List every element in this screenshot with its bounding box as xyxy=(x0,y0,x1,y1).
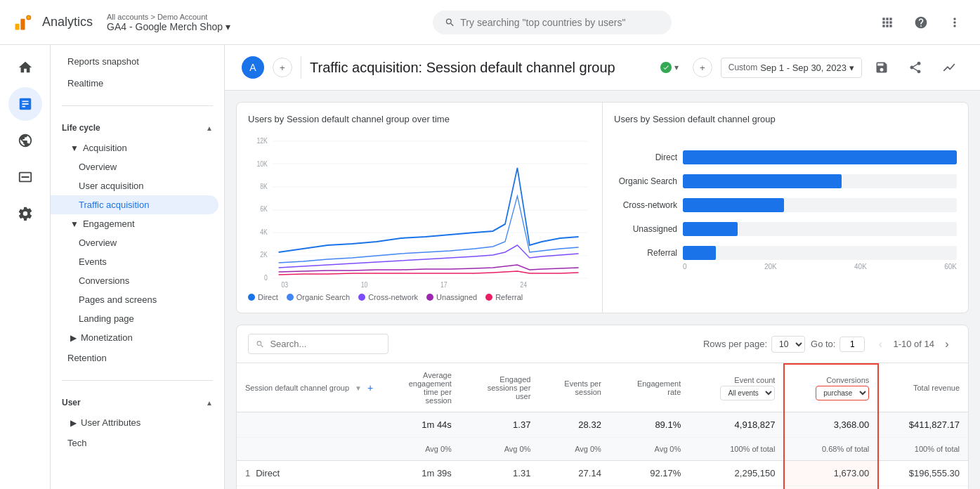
row1-event-count: 2,295,150 xyxy=(689,461,784,486)
calendar-chevron-icon: ▾ xyxy=(849,63,854,73)
bar-track-referral xyxy=(683,246,957,260)
sidebar-item-reports-snapshot[interactable]: Reports snapshot xyxy=(51,51,218,72)
legend-referral: Referral xyxy=(485,293,523,301)
th-avg-time: Averageengagementtime persession xyxy=(381,364,460,412)
row2-avg-time: 1m 51s xyxy=(381,486,460,490)
table-search[interactable] xyxy=(248,334,388,354)
bar-track-organic xyxy=(683,174,957,188)
advertising-icon[interactable] xyxy=(8,160,42,194)
save-report-icon[interactable] xyxy=(868,53,896,82)
avg-eng-rate: Avg 0% xyxy=(610,438,689,461)
sidebar-item-landing-page[interactable]: Landing page xyxy=(51,309,218,328)
user-header[interactable]: User ▲ xyxy=(51,392,224,413)
search-bar[interactable] xyxy=(433,11,672,34)
summary-avg-time: 1m 44s xyxy=(381,412,460,438)
sidebar-nav: Reports snapshot Realtime Life cycle ▲ ▼… xyxy=(51,45,225,489)
lifecycle-header[interactable]: Life cycle ▲ xyxy=(51,117,224,138)
insights-icon[interactable] xyxy=(935,53,963,82)
legend-cross-dot xyxy=(358,294,365,301)
add-comparison-button[interactable]: + xyxy=(273,58,292,77)
bar-chart-panel: Users by Session default channel group D… xyxy=(603,103,968,313)
sort-icon[interactable]: ▼ xyxy=(355,384,362,392)
search-input[interactable] xyxy=(460,17,659,28)
sidebar-item-pages-screens[interactable]: Pages and screens xyxy=(51,290,218,309)
table-search-input[interactable] xyxy=(270,339,381,349)
share-icon[interactable] xyxy=(901,53,929,82)
page-header: A + Traffic acquisition: Session default… xyxy=(225,45,980,91)
th-conversions: Conversionspurchase xyxy=(784,364,878,412)
add-annotation-button[interactable]: + xyxy=(693,58,712,77)
chevron-up2-icon: ▲ xyxy=(206,399,213,407)
bar-label-direct: Direct xyxy=(614,152,677,162)
reports-icon[interactable] xyxy=(8,87,42,121)
prev-page-button[interactable]: ‹ xyxy=(870,334,890,354)
sidebar-item-acquisition[interactable]: ▼ Acquisition xyxy=(51,138,224,157)
chevron-down-sm-icon: ▼ xyxy=(70,143,79,153)
sidebar-item-tech[interactable]: Tech xyxy=(51,432,218,454)
account-nav[interactable]: All accounts > Demo Account GA4 - Google… xyxy=(107,13,230,32)
rows-per-page-select[interactable]: 10 25 50 xyxy=(771,336,805,353)
summary-label xyxy=(237,412,381,438)
goto-control: Go to: xyxy=(811,337,865,352)
explore-icon[interactable] xyxy=(8,124,42,157)
bar-row-direct: Direct xyxy=(614,150,957,164)
sidebar-item-traffic-acquisition[interactable]: Traffic acquisition xyxy=(51,195,218,214)
row2-conversions: 821.00 xyxy=(784,486,878,490)
apps-icon[interactable] xyxy=(873,8,901,37)
bar-track-direct xyxy=(683,150,957,164)
svg-text:2K: 2K xyxy=(260,251,268,259)
legend-direct: Direct xyxy=(248,293,278,301)
sidebar-item-monetization[interactable]: ▶ Monetization xyxy=(51,328,224,347)
legend-organic: Organic Search xyxy=(287,293,350,301)
chevron-down-status-icon[interactable]: ▾ xyxy=(674,63,679,72)
conversions-select[interactable]: purchase xyxy=(816,386,869,400)
sidebar-item-user-attributes[interactable]: ▶ User Attributes xyxy=(51,413,224,432)
sidebar-item-events[interactable]: Events xyxy=(51,252,218,271)
configure-icon[interactable] xyxy=(8,197,42,230)
add-col-icon[interactable]: + xyxy=(367,382,373,393)
account-name[interactable]: GA4 - Google Merch Shop ▾ xyxy=(107,21,230,32)
page-nav: ‹ 1-10 of 14 › xyxy=(870,334,957,354)
th-revenue: Total revenue xyxy=(878,364,968,412)
summary-engaged: 1.37 xyxy=(460,412,540,438)
row1-avg-time: 1m 39s xyxy=(381,461,460,486)
bar-label-organic: Organic Search xyxy=(614,176,677,186)
svg-text:8K: 8K xyxy=(260,183,268,190)
page-title: Traffic acquisition: Session default cha… xyxy=(310,60,652,76)
bar-fill-direct xyxy=(683,150,957,164)
home-icon[interactable] xyxy=(8,51,42,84)
bar-track-cross xyxy=(683,198,957,212)
chart-legend: Direct Organic Search Cross-network Unas… xyxy=(248,293,591,301)
more-icon[interactable] xyxy=(941,8,969,37)
data-table-container: Rows per page: 10 25 50 Go to: ‹ 1-10 o xyxy=(236,325,969,489)
svg-text:24: 24 xyxy=(520,281,527,287)
next-page-button[interactable]: › xyxy=(937,334,957,354)
row2-engaged: 1.41 xyxy=(460,486,540,490)
bar-label-referral: Referral xyxy=(614,248,677,258)
svg-rect-1 xyxy=(20,18,25,30)
sidebar-item-eng-overview[interactable]: Overview xyxy=(51,233,218,252)
status-green-icon xyxy=(660,62,672,73)
sidebar-item-acq-overview[interactable]: Overview xyxy=(51,157,218,176)
summary-events-per: 28.32 xyxy=(539,412,610,438)
rows-per-page-label: Rows per page: xyxy=(703,339,767,349)
app-title: Analytics xyxy=(42,15,93,30)
th-eng-rate: Engagementrate xyxy=(610,364,689,412)
sidebar-item-conversions[interactable]: Conversions xyxy=(51,271,218,290)
avg-avg-time: Avg 0% xyxy=(381,438,460,461)
svg-text:12K: 12K xyxy=(256,137,268,145)
avatar: A xyxy=(242,56,264,79)
sidebar-item-retention[interactable]: Retention xyxy=(51,347,218,369)
table-search-icon xyxy=(256,339,264,349)
line-chart: 12K 10K 8K 6K 4K 2K 0 xyxy=(248,133,591,287)
sidebar-item-engagement[interactable]: ▼ Engagement xyxy=(51,214,224,233)
legend-direct-dot xyxy=(248,294,255,301)
sidebar-item-user-acquisition[interactable]: User acquisition xyxy=(51,176,218,195)
chevron-right2-icon: ▶ xyxy=(70,418,77,428)
help-icon[interactable] xyxy=(907,8,935,37)
goto-input[interactable] xyxy=(839,337,865,352)
event-count-select[interactable]: All events xyxy=(720,386,775,400)
date-range-picker[interactable]: Custom Sep 1 - Sep 30, 2023 ▾ xyxy=(721,58,862,78)
bar-fill-referral xyxy=(683,246,716,260)
sidebar-item-realtime[interactable]: Realtime xyxy=(51,72,218,94)
